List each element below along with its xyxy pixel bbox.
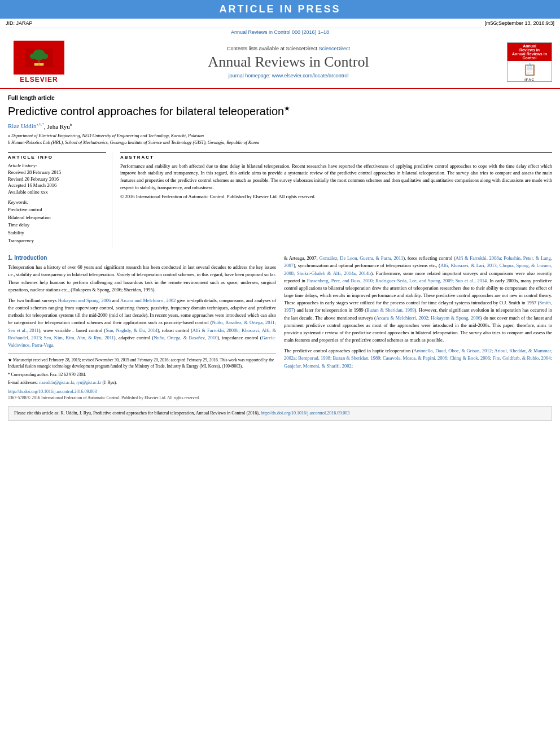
section1-title: 1. Introduction [8,255,276,261]
section1-para3: & Arteaga, 2007; González, De Leon, Guer… [284,255,552,344]
keywords-list: Predictive control Bilateral teleoperati… [8,206,106,244]
elsevier-name: ELSEVIER [20,76,58,84]
issn-line: 1367-5788/© 2016 International Federatio… [8,395,276,400]
article-info-header: ARTICLE INFO [8,152,106,160]
ifac-logo-inner: Annual Reviews in Annual Reviews in Cont… [508,43,552,61]
article-in-press-banner: ARTICLE IN PRESS [0,0,560,19]
footnote-email: E-mail addresses: riazuddin@gist.ac.kr, … [8,379,276,386]
abstract-copyright: © 2016 International Federation of Autom… [120,194,552,199]
email2-link[interactable]: ryu@gist.ac.kr [76,380,101,385]
header-section: ELSEVIER Contents lists available at Sci… [0,36,560,89]
sciencedirect-link[interactable]: ScienceDirect [319,46,351,51]
keywords-label: Keywords: [8,199,106,205]
received-date: Received 28 February 2015 Revised 20 Feb… [8,169,106,196]
journal-title-main: Annual Reviews in Control [70,54,507,71]
article-type: Full length article [8,95,552,101]
author1-link[interactable]: Riaz Uddina,b,* [8,123,44,129]
article-main-title: Predictive control approaches for bilate… [8,104,552,118]
nuno2-link[interactable]: Nuño, Ortega, & Basañez, 2010 [154,335,217,340]
footnote-corresponding: * Corresponding author. Fax: 82 62 970 2… [8,372,276,378]
citation-bar: Please cite this article as: R. Uddin, J… [8,406,552,421]
gonzalez-link[interactable]: González, De Leon, Guerra, & Parra, 2011 [320,255,404,261]
jid-left: JID: JARAP [6,20,33,26]
hokayem-link[interactable]: Hokayem and Spong, 2006 [58,298,111,303]
citation-doi-link[interactable]: http://dx.doi.org/10.1016/j.arcontrol.20… [261,410,349,416]
footnotes-section: ★ Manuscript received February 28, 2015;… [8,353,276,386]
journal-link-row: Annual Reviews in Control 000 (2016) 1–1… [0,28,560,36]
section1-para2: The two brilliant surveys Hokayem and Sp… [8,297,276,349]
journal-link-text[interactable]: Annual Reviews in Control 000 (2016) 1–1… [231,29,329,35]
affiliation-a: a Department of Electrical Engineering, … [8,133,552,139]
history-label: Article history: [8,163,106,168]
title-star: ★ [284,104,290,112]
elsevier-logo: ELSEVIER [8,41,70,84]
content-right: & Arteaga, 2007; González, De Leon, Guer… [284,255,552,400]
article-body: Full length article Predictive control a… [0,89,560,426]
article-info-block: ARTICLE INFO Article history: Received 2… [8,152,112,248]
abstract-text: Performance and stability are both affec… [120,163,552,191]
authors-line: Riaz Uddina,b,*, Jeha Ryub [8,123,552,130]
affiliation-b: b Human-Robotics Lab (HRL), School of Me… [8,139,552,146]
main-content: 1. Introduction Teleoperation has a hist… [8,255,552,400]
smith-link[interactable]: Smith, 1957 [284,300,552,313]
jid-row: JID: JARAP [m5G;September 13, 2016;9:3] [0,19,560,28]
abstract-block: ABSTRACT Performance and stability are b… [120,152,552,248]
ifac-logo: Annual Reviews in Annual Reviews in Cont… [507,42,552,82]
doi-section: http://dx.doi.org/10.1016/j.arcontrol.20… [8,389,276,394]
arcara-link[interactable]: Arcara and Melchiorri, 2002 [120,298,176,303]
section1-para4: The predictive control approaches applie… [284,347,552,370]
abstract-header: ABSTRACT [120,152,552,160]
alfi2013-link[interactable]: Alfi, Khosravi, & Lari, 2013; Chopra, Sp… [284,263,552,276]
svg-rect-5 [38,59,40,63]
jid-right: [m5G;September 13, 2016;9:3] [484,20,554,26]
footnote-star: ★ Manuscript received February 28, 2015;… [8,357,276,370]
doi-link[interactable]: http://dx.doi.org/10.1016/j.arcontrol.20… [8,389,97,394]
content-left: 1. Introduction Teleoperation has a hist… [8,255,276,400]
affiliations: a Department of Electrical Engineering, … [8,133,552,145]
arcara2002-link[interactable]: Arcara & Melchiorri, 2002; Hokayem & Spo… [376,315,480,321]
header-center: Contents lists available at ScienceDirec… [70,46,507,78]
homepage-url[interactable]: www.elsevier.com/locate/arcontrol [272,73,349,78]
elsevier-logo-image [14,41,64,75]
section1-para1: Teleoperation has a history of over 60 y… [8,264,276,294]
passenberg-link[interactable]: Passenberg, Peer, and Buss, 2010; Rodrig… [307,278,487,283]
journal-homepage: journal homepage: www.elsevier.com/locat… [70,73,507,78]
article-info-abstract: ARTICLE INFO Article history: Received 2… [8,152,552,248]
buzan-link[interactable]: Buzan & Sheridan, 1989 [366,307,414,313]
sun-link[interactable]: Sun, Naghdy, & Du, 2014 [106,327,158,333]
contents-line: Contents lists available at ScienceDirec… [70,46,507,51]
email1-link[interactable]: riazuddin@gist.ac.kr [39,380,74,385]
